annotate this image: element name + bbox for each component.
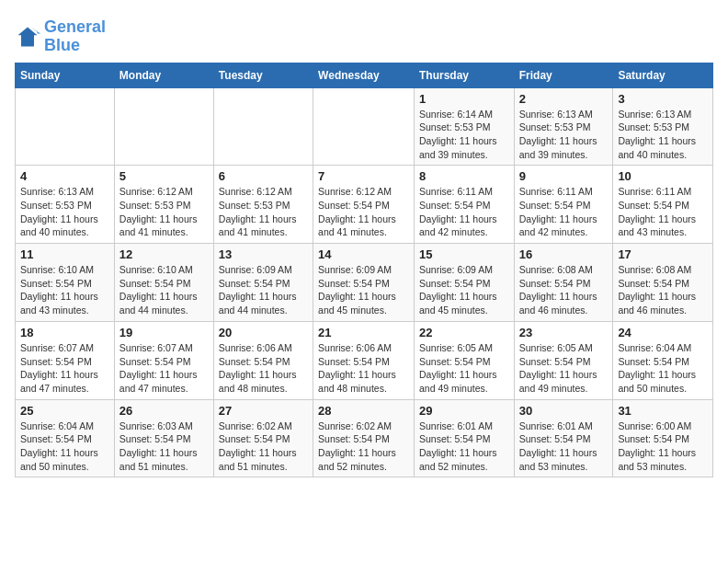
calendar-cell: 12Sunrise: 6:10 AMSunset: 5:54 PMDayligh… <box>114 244 213 322</box>
day-info: Sunrise: 6:10 AMSunset: 5:54 PMDaylight:… <box>119 263 209 317</box>
day-info: Sunrise: 6:06 AMSunset: 5:54 PMDaylight:… <box>318 341 409 396</box>
day-number: 11 <box>20 247 109 261</box>
calendar-cell: 22Sunrise: 6:05 AMSunset: 5:54 PMDayligh… <box>414 321 514 399</box>
weekday-header-monday: Monday <box>114 63 213 87</box>
calendar-week-4: 18Sunrise: 6:07 AMSunset: 5:54 PMDayligh… <box>16 321 713 399</box>
page-header: General Blue <box>15 15 713 55</box>
day-info: Sunrise: 6:05 AMSunset: 5:54 PMDaylight:… <box>519 341 609 396</box>
calendar-cell: 8Sunrise: 6:11 AMSunset: 5:54 PMDaylight… <box>414 166 514 244</box>
day-info: Sunrise: 6:14 AMSunset: 5:53 PMDaylight:… <box>419 108 509 162</box>
day-info: Sunrise: 6:13 AMSunset: 5:53 PMDaylight:… <box>618 108 708 162</box>
day-number: 6 <box>219 169 308 183</box>
day-number: 3 <box>618 92 708 106</box>
day-number: 20 <box>219 326 308 339</box>
day-number: 18 <box>20 326 109 339</box>
day-info: Sunrise: 6:04 AMSunset: 5:54 PMDaylight:… <box>618 341 708 396</box>
calendar-week-5: 25Sunrise: 6:04 AMSunset: 5:54 PMDayligh… <box>16 399 713 477</box>
weekday-header-sunday: Sunday <box>16 63 115 87</box>
day-number: 2 <box>519 92 609 106</box>
calendar-cell: 5Sunrise: 6:12 AMSunset: 5:53 PMDaylight… <box>114 166 213 244</box>
day-info: Sunrise: 6:00 AMSunset: 5:54 PMDaylight:… <box>618 419 708 474</box>
day-info: Sunrise: 6:01 AMSunset: 5:54 PMDaylight:… <box>519 419 609 474</box>
calendar-cell: 23Sunrise: 6:05 AMSunset: 5:54 PMDayligh… <box>514 321 613 399</box>
weekday-header-thursday: Thursday <box>414 63 514 87</box>
calendar-week-2: 4Sunrise: 6:13 AMSunset: 5:53 PMDaylight… <box>16 166 713 244</box>
day-number: 8 <box>419 169 509 183</box>
logo-icon <box>15 24 40 50</box>
day-number: 24 <box>618 326 708 339</box>
calendar-cell: 14Sunrise: 6:09 AMSunset: 5:54 PMDayligh… <box>313 244 415 322</box>
day-number: 9 <box>519 169 609 183</box>
day-number: 1 <box>419 92 509 106</box>
calendar-cell: 27Sunrise: 6:02 AMSunset: 5:54 PMDayligh… <box>213 399 313 477</box>
day-number: 16 <box>519 247 609 261</box>
day-number: 13 <box>219 247 308 261</box>
day-info: Sunrise: 6:11 AMSunset: 5:54 PMDaylight:… <box>519 185 609 239</box>
day-number: 7 <box>318 169 409 183</box>
calendar-cell: 30Sunrise: 6:01 AMSunset: 5:54 PMDayligh… <box>514 399 613 477</box>
day-info: Sunrise: 6:07 AMSunset: 5:54 PMDaylight:… <box>119 341 209 396</box>
day-info: Sunrise: 6:11 AMSunset: 5:54 PMDaylight:… <box>618 185 708 239</box>
calendar-cell: 24Sunrise: 6:04 AMSunset: 5:54 PMDayligh… <box>613 321 713 399</box>
calendar-cell: 17Sunrise: 6:08 AMSunset: 5:54 PMDayligh… <box>613 244 713 322</box>
day-info: Sunrise: 6:08 AMSunset: 5:54 PMDaylight:… <box>519 263 609 317</box>
calendar-cell: 6Sunrise: 6:12 AMSunset: 5:53 PMDaylight… <box>213 166 313 244</box>
calendar-cell: 15Sunrise: 6:09 AMSunset: 5:54 PMDayligh… <box>414 244 514 322</box>
day-info: Sunrise: 6:11 AMSunset: 5:54 PMDaylight:… <box>419 185 509 239</box>
weekday-header-saturday: Saturday <box>613 63 713 87</box>
day-number: 31 <box>618 404 708 418</box>
day-info: Sunrise: 6:13 AMSunset: 5:53 PMDaylight:… <box>20 185 109 239</box>
calendar-cell: 16Sunrise: 6:08 AMSunset: 5:54 PMDayligh… <box>514 244 613 322</box>
day-number: 12 <box>119 247 209 261</box>
calendar-cell: 28Sunrise: 6:02 AMSunset: 5:54 PMDayligh… <box>313 399 415 477</box>
day-info: Sunrise: 6:07 AMSunset: 5:54 PMDaylight:… <box>20 341 109 396</box>
calendar-week-3: 11Sunrise: 6:10 AMSunset: 5:54 PMDayligh… <box>16 244 713 322</box>
logo-text2: Blue <box>44 37 106 55</box>
day-info: Sunrise: 6:02 AMSunset: 5:54 PMDaylight:… <box>219 419 308 474</box>
weekday-header-friday: Friday <box>514 63 613 87</box>
day-info: Sunrise: 6:09 AMSunset: 5:54 PMDaylight:… <box>219 263 308 317</box>
calendar-cell: 11Sunrise: 6:10 AMSunset: 5:54 PMDayligh… <box>16 244 115 322</box>
calendar-cell: 19Sunrise: 6:07 AMSunset: 5:54 PMDayligh… <box>114 321 213 399</box>
day-info: Sunrise: 6:12 AMSunset: 5:53 PMDaylight:… <box>219 185 308 239</box>
day-info: Sunrise: 6:09 AMSunset: 5:54 PMDaylight:… <box>318 263 409 317</box>
day-info: Sunrise: 6:10 AMSunset: 5:54 PMDaylight:… <box>20 263 109 317</box>
day-number: 14 <box>318 247 409 261</box>
day-number: 27 <box>219 404 308 418</box>
day-number: 21 <box>318 326 409 339</box>
calendar-cell: 21Sunrise: 6:06 AMSunset: 5:54 PMDayligh… <box>313 321 415 399</box>
calendar-cell: 18Sunrise: 6:07 AMSunset: 5:54 PMDayligh… <box>16 321 115 399</box>
logo-text: General <box>44 18 106 37</box>
weekday-header-tuesday: Tuesday <box>213 63 313 87</box>
calendar-cell: 9Sunrise: 6:11 AMSunset: 5:54 PMDaylight… <box>514 166 613 244</box>
day-number: 19 <box>119 326 209 339</box>
calendar-table: SundayMondayTuesdayWednesdayThursdayFrid… <box>15 63 713 478</box>
weekday-header-wednesday: Wednesday <box>313 63 415 87</box>
calendar-cell: 2Sunrise: 6:13 AMSunset: 5:53 PMDaylight… <box>514 87 613 166</box>
calendar-cell: 4Sunrise: 6:13 AMSunset: 5:53 PMDaylight… <box>16 166 115 244</box>
calendar-cell: 31Sunrise: 6:00 AMSunset: 5:54 PMDayligh… <box>613 399 713 477</box>
calendar-cell: 25Sunrise: 6:04 AMSunset: 5:54 PMDayligh… <box>16 399 115 477</box>
day-number: 28 <box>318 404 409 418</box>
calendar-cell: 10Sunrise: 6:11 AMSunset: 5:54 PMDayligh… <box>613 166 713 244</box>
calendar-cell: 7Sunrise: 6:12 AMSunset: 5:54 PMDaylight… <box>313 166 415 244</box>
day-info: Sunrise: 6:05 AMSunset: 5:54 PMDaylight:… <box>419 341 509 396</box>
calendar-cell: 20Sunrise: 6:06 AMSunset: 5:54 PMDayligh… <box>213 321 313 399</box>
day-info: Sunrise: 6:02 AMSunset: 5:54 PMDaylight:… <box>318 419 409 474</box>
day-info: Sunrise: 6:03 AMSunset: 5:54 PMDaylight:… <box>119 419 209 474</box>
day-number: 10 <box>618 169 708 183</box>
svg-marker-0 <box>18 27 38 46</box>
day-number: 4 <box>20 169 109 183</box>
calendar-cell: 3Sunrise: 6:13 AMSunset: 5:53 PMDaylight… <box>613 87 713 166</box>
calendar-cell <box>114 87 213 166</box>
calendar-cell: 1Sunrise: 6:14 AMSunset: 5:53 PMDaylight… <box>414 87 514 166</box>
calendar-cell <box>213 87 313 166</box>
day-number: 22 <box>419 326 509 339</box>
day-number: 26 <box>119 404 209 418</box>
day-info: Sunrise: 6:04 AMSunset: 5:54 PMDaylight:… <box>20 419 109 474</box>
day-info: Sunrise: 6:09 AMSunset: 5:54 PMDaylight:… <box>419 263 509 317</box>
day-number: 5 <box>119 169 209 183</box>
day-number: 15 <box>419 247 509 261</box>
weekday-header-row: SundayMondayTuesdayWednesdayThursdayFrid… <box>16 63 713 87</box>
day-info: Sunrise: 6:08 AMSunset: 5:54 PMDaylight:… <box>618 263 708 317</box>
